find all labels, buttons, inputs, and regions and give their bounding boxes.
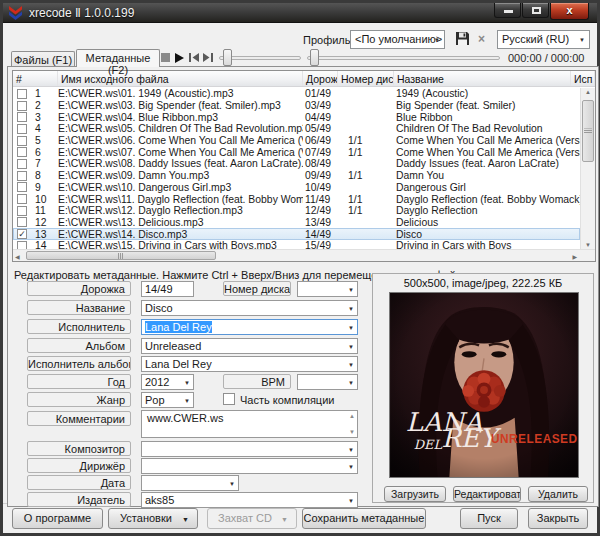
compilation-checkbox[interactable] (223, 393, 235, 405)
track-input[interactable]: 14/49 (141, 281, 194, 297)
year-label-button[interactable]: Год (27, 374, 131, 389)
about-button[interactable]: О программе (12, 508, 103, 529)
delete-artwork-button[interactable]: Удалить (528, 486, 588, 502)
table-row[interactable]: 2E:\CWER.ws\03. Big Spender (feat. Smile… (13, 100, 580, 112)
table-row[interactable]: 6E:\CWER.ws\07. Come When You Call Me Am… (13, 146, 580, 158)
row-checkbox[interactable] (17, 206, 27, 216)
horizontal-scroll-thumb[interactable] (26, 251, 216, 260)
file-table: # Имя исходного файла Дорожка Номер диск… (12, 70, 596, 262)
seek-slider-thumb[interactable] (310, 49, 319, 66)
volume-slider-thumb[interactable] (223, 49, 232, 66)
artist-combobox[interactable]: Lana Del Rey▼ (141, 319, 358, 335)
close-button[interactable]: Закрыть (528, 508, 588, 529)
cell-track: 09/49 (303, 170, 338, 181)
row-checkbox[interactable] (17, 89, 27, 99)
table-row[interactable]: 14E:\CWER.ws\15. Driving in Cars with Bo… (13, 240, 580, 249)
table-row[interactable]: 10E:\CWER.ws\11. Dayglo Reflection (feat… (13, 193, 580, 205)
cell-title: Dangerous Girl (394, 182, 580, 193)
seek-slider[interactable] (307, 56, 500, 60)
scroll-up-icon[interactable]: ▲ (581, 89, 595, 95)
table-row[interactable]: 3E:\CWER.ws\04. Blue Ribbon.mp304/49Blue… (13, 111, 580, 123)
minimize-button[interactable] (494, 3, 521, 18)
date-label-button[interactable]: Дата (27, 475, 131, 490)
genre-combobox[interactable]: Pop▼ (141, 392, 194, 408)
play-button[interactable] (175, 53, 184, 63)
tab-files[interactable]: Файлы (F1) (11, 51, 75, 67)
table-header[interactable]: # Имя исходного файла Дорожка Номер диск… (13, 71, 595, 87)
textarea-scroll-up-icon[interactable]: ▲ (349, 413, 355, 419)
settings-button[interactable]: Установки▼ (108, 508, 198, 529)
genre-label-button[interactable]: Жанр (27, 392, 131, 407)
bpm-label-button[interactable]: BPM (223, 374, 291, 389)
cell-title: Dayglo Reflection (394, 205, 580, 216)
row-checkbox[interactable] (17, 136, 27, 146)
table-row[interactable]: 1E:\CWER.ws\01. 1949 (Acoustic).mp301/49… (13, 88, 580, 100)
table-row[interactable]: 5E:\CWER.ws\06. Come When You Call Me Am… (13, 135, 580, 147)
profile-combobox[interactable]: <По умолчанию>▼ (350, 30, 445, 49)
tab-metadata[interactable]: Метаданные (F2) (76, 49, 160, 67)
comments-label-button[interactable]: Комментарии (27, 411, 131, 426)
title-combobox[interactable]: Disco▼ (141, 300, 358, 316)
row-checkbox[interactable]: ✓ (17, 229, 27, 239)
maximize-button[interactable] (522, 3, 549, 18)
vertical-scrollbar[interactable]: ▲ ▼ (580, 88, 595, 249)
stop-button[interactable] (161, 53, 170, 62)
conductor-label-button[interactable]: Дирижёр (27, 458, 131, 473)
row-checkbox[interactable] (17, 217, 27, 227)
textarea-scroll-down-icon[interactable]: ▼ (349, 429, 355, 435)
table-row[interactable]: ✓13E:\CWER.ws\14. Disco.mp314/49Disco (13, 228, 580, 240)
row-checkbox[interactable] (17, 112, 27, 122)
load-artwork-button[interactable]: Загрузить (384, 486, 446, 502)
vertical-scroll-thumb[interactable] (582, 100, 594, 162)
composer-label-button[interactable]: Композитор (27, 441, 131, 456)
row-checkbox[interactable] (17, 182, 27, 192)
edit-artwork-button[interactable]: Редактировать (453, 486, 521, 502)
table-row[interactable]: 4E:\CWER.ws\05. Children Of The Bad Revo… (13, 123, 580, 135)
table-row[interactable]: 7E:\CWER.ws\08. Daddy Issues (feat. Aaro… (13, 158, 580, 170)
table-row[interactable]: 12E:\CWER.ws\13. Delicious.mp313/49Delic… (13, 217, 580, 229)
year-combobox[interactable]: 2012▼ (141, 374, 194, 390)
horizontal-scrollbar[interactable]: ◀ ▶ (13, 249, 595, 261)
next-track-button[interactable] (203, 53, 213, 62)
disc-label-button[interactable]: Номер диска (223, 281, 291, 296)
track-label-button[interactable]: Дорожка (27, 281, 131, 296)
comments-textarea[interactable]: www.CWER.ws ▲ ▼ (141, 410, 358, 438)
row-checkbox[interactable] (17, 124, 27, 134)
table-row[interactable]: 11E:\CWER.ws\12. Dayglo Reflection.mp312… (13, 205, 580, 217)
row-checkbox[interactable] (17, 147, 27, 157)
album-combobox[interactable]: Unreleased▼ (141, 338, 358, 354)
cell-disc: 1/1 (338, 147, 394, 158)
bpm-combobox[interactable]: ▼ (297, 374, 358, 390)
titlebar[interactable]: xrecode Ⅱ 1.0.0.199 x (3, 3, 597, 23)
scroll-right-icon[interactable]: ▶ (572, 253, 577, 260)
row-checkbox[interactable] (17, 159, 27, 169)
conductor-combobox[interactable]: ▼ (141, 458, 358, 474)
scroll-down-icon[interactable]: ▼ (581, 242, 595, 248)
publisher-label-button[interactable]: Издатель (27, 492, 131, 507)
language-combobox[interactable]: Русский (RU)▼ (497, 30, 590, 49)
close-window-button[interactable]: x (550, 3, 589, 20)
title-label-button[interactable]: Название (27, 300, 131, 315)
row-checkbox[interactable] (17, 171, 27, 181)
row-checkbox[interactable] (17, 241, 27, 249)
previous-track-button[interactable] (189, 53, 199, 62)
table-row[interactable]: 9E:\CWER.ws\10. Dangerous Girl.mp310/49D… (13, 182, 580, 194)
composer-combobox[interactable]: ▼ (141, 441, 358, 457)
scroll-left-icon[interactable]: ◀ (15, 253, 20, 260)
save-metadata-button[interactable]: Сохранить метаданные (302, 508, 426, 529)
save-profile-icon[interactable] (455, 31, 470, 46)
start-button[interactable]: Пуск (460, 508, 518, 529)
column-header-artist: Исп (571, 71, 595, 86)
delete-profile-icon[interactable]: × (478, 32, 485, 46)
table-row[interactable]: 8E:\CWER.ws\09. Damn You.mp309/491/1Damn… (13, 170, 580, 182)
row-checkbox[interactable] (17, 194, 27, 204)
row-checkbox[interactable] (17, 101, 27, 111)
album-artist-label-button[interactable]: Исполнитель альбома (27, 356, 131, 371)
volume-slider[interactable] (219, 56, 301, 60)
album-label-button[interactable]: Альбом (27, 338, 131, 353)
date-combobox[interactable]: ▼ (141, 475, 239, 491)
disc-combobox[interactable]: ▼ (297, 281, 358, 297)
publisher-combobox[interactable]: aks85▼ (141, 492, 358, 508)
album-artist-combobox[interactable]: Lana Del Rey▼ (141, 356, 358, 372)
artist-label-button[interactable]: Исполнитель (27, 319, 131, 334)
